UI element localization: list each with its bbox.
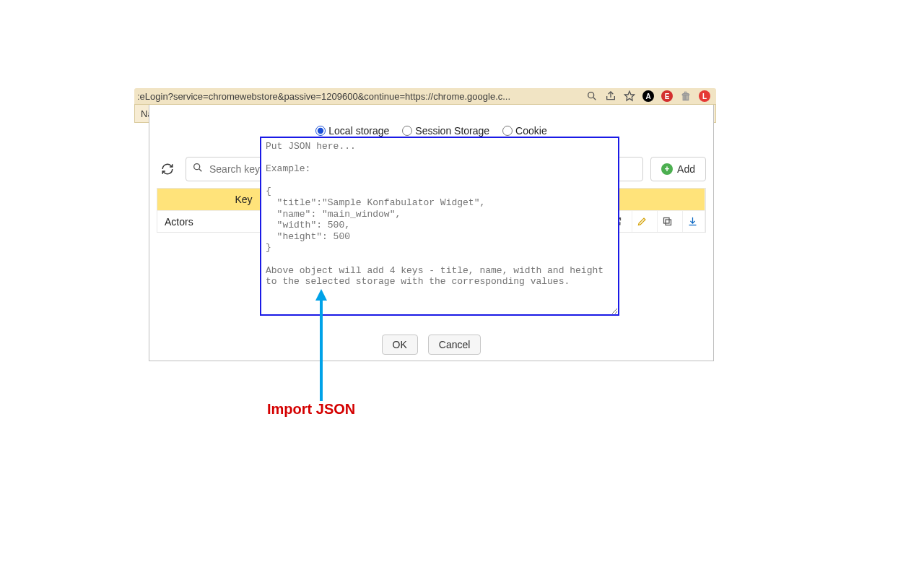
extension-icon-l[interactable]: L — [699, 90, 710, 102]
extension-icon-angular[interactable]: A — [642, 90, 654, 102]
extension-icon-clear[interactable]: 🗑 — [680, 90, 692, 102]
radio-local[interactable]: Local storage — [315, 125, 389, 137]
extension-panel: + Add Key Actors — [149, 105, 714, 361]
svg-rect-6 — [663, 218, 669, 224]
svg-point-3 — [194, 164, 200, 170]
copy-icon[interactable] — [657, 211, 677, 232]
svg-marker-2 — [624, 91, 634, 100]
row-actions — [604, 211, 705, 232]
share-icon[interactable] — [605, 90, 616, 102]
svg-line-4 — [199, 169, 201, 171]
storage-type-radios: Local storage Session Storage Cookie — [149, 125, 713, 137]
col-actions — [604, 189, 705, 210]
add-button[interactable]: + Add — [650, 157, 706, 181]
search-icon — [192, 162, 204, 176]
svg-point-0 — [588, 92, 594, 98]
zoom-icon[interactable] — [586, 90, 598, 102]
plus-icon: + — [661, 163, 673, 175]
radio-local-label: Local storage — [328, 125, 389, 137]
annotation-label: Import JSON — [267, 401, 355, 418]
cancel-button[interactable]: Cancel — [428, 335, 481, 355]
json-textarea[interactable] — [260, 137, 619, 316]
url-fragment: :eLogin?service=chromewebstore&passive=1… — [134, 91, 510, 102]
download-icon[interactable] — [682, 211, 702, 232]
star-icon[interactable] — [624, 90, 635, 102]
radio-cookie-label: Cookie — [515, 125, 547, 137]
ok-button[interactable]: OK — [382, 335, 418, 355]
add-label: Add — [677, 163, 695, 175]
extension-icon-e[interactable]: E — [661, 90, 673, 102]
radio-session[interactable]: Session Storage — [402, 125, 489, 137]
svg-line-1 — [593, 98, 596, 100]
radio-session-input[interactable] — [402, 126, 412, 136]
svg-rect-5 — [666, 220, 671, 225]
radio-cookie-input[interactable] — [502, 126, 513, 136]
radio-local-input[interactable] — [315, 126, 326, 136]
browser-action-icons: A E 🗑 L — [586, 90, 716, 102]
radio-cookie[interactable]: Cookie — [502, 125, 547, 137]
browser-address-strip: :eLogin?service=chromewebstore&passive=1… — [134, 88, 716, 104]
edit-icon[interactable] — [632, 211, 652, 232]
radio-session-label: Session Storage — [415, 125, 489, 137]
refresh-icon[interactable] — [157, 158, 178, 180]
modal-buttons: OK Cancel — [149, 335, 713, 355]
